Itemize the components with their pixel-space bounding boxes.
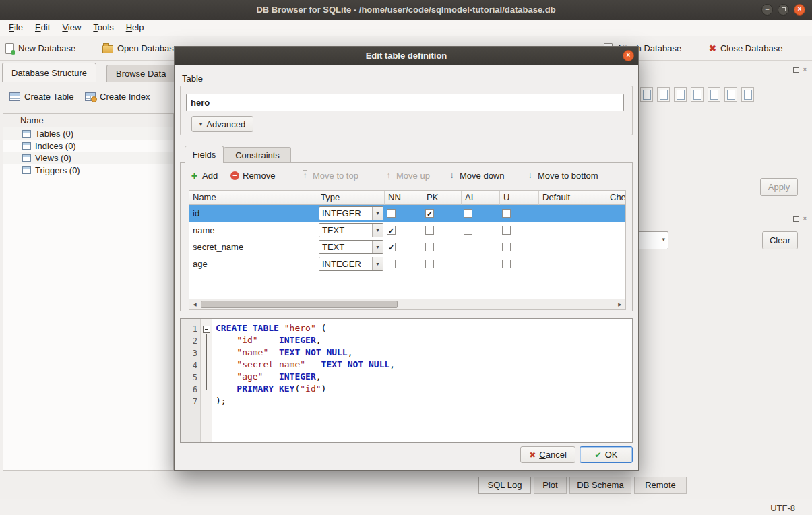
panel-icon[interactable] bbox=[691, 87, 704, 102]
field-row-age[interactable]: ageINTEGER▾ bbox=[189, 255, 625, 272]
menu-tools[interactable]: Tools bbox=[87, 20, 119, 36]
dock-float-icon[interactable] bbox=[793, 67, 799, 73]
field-row-name[interactable]: nameTEXT▾✓ bbox=[189, 222, 625, 239]
tab-browse-data[interactable]: Browse Data bbox=[106, 65, 175, 82]
dock-buttons-top: × bbox=[793, 67, 807, 73]
u-checkbox[interactable] bbox=[502, 209, 511, 218]
bottom-tab-remote[interactable]: Remote bbox=[634, 477, 687, 494]
pk-checkbox[interactable] bbox=[425, 260, 434, 268]
open-database-label: Open Database bbox=[117, 43, 179, 53]
add-button[interactable]: +Add bbox=[190, 167, 218, 183]
panel-icon[interactable] bbox=[674, 87, 687, 102]
clear-button[interactable]: Clear bbox=[762, 231, 798, 249]
panel-icon[interactable] bbox=[708, 87, 720, 102]
nn-checkbox[interactable] bbox=[387, 260, 396, 268]
field-row-secret-name[interactable]: secret_nameTEXT▾✓ bbox=[189, 239, 625, 255]
horizontal-scrollbar[interactable]: ◀ ▶ bbox=[189, 299, 625, 309]
bottom-tab-db-schema[interactable]: DB Schema bbox=[569, 477, 631, 494]
ok-button[interactable]: ✔ OK bbox=[580, 446, 633, 463]
type-combobox[interactable]: INTEGER▾ bbox=[319, 257, 383, 271]
close-database-button[interactable]: ✖ Close Database bbox=[709, 40, 782, 57]
type-combobox[interactable]: TEXT▾ bbox=[319, 223, 383, 237]
create-table-button[interactable]: Create Table bbox=[5, 89, 77, 104]
scrollbar-thumb[interactable] bbox=[201, 301, 398, 308]
column-header-pk[interactable]: PK bbox=[423, 191, 462, 205]
dock-close-icon[interactable]: × bbox=[803, 67, 807, 73]
toolbtn-label: Move to bottom bbox=[538, 171, 598, 181]
bottom-tab-plot[interactable]: Plot bbox=[534, 477, 567, 494]
dock-close-icon[interactable]: × bbox=[803, 216, 807, 222]
bottom-tab-sql-log[interactable]: SQL Log bbox=[478, 477, 531, 494]
move-to-bottom-button[interactable]: ↓Move to bottom bbox=[526, 167, 598, 183]
type-combobox[interactable]: INTEGER▾ bbox=[319, 206, 383, 220]
tree-item-indices-0[interactable]: Indices (0) bbox=[3, 140, 173, 152]
panel-icon[interactable] bbox=[724, 87, 737, 102]
column-header-check[interactable]: Check bbox=[606, 191, 625, 205]
nn-checkbox[interactable]: ✓ bbox=[387, 226, 396, 235]
tree-header-name[interactable]: Name bbox=[3, 114, 173, 127]
menu-edit[interactable]: Edit bbox=[29, 20, 56, 36]
advanced-toggle-button[interactable]: ▾ Advanced bbox=[191, 116, 253, 132]
nn-checkbox[interactable]: ✓ bbox=[387, 243, 396, 251]
create-index-button[interactable]: Create Index bbox=[81, 89, 154, 104]
tree-item-triggers-0[interactable]: Triggers (0) bbox=[3, 164, 173, 176]
new-database-button[interactable]: New Database bbox=[5, 40, 75, 57]
tree-item-tables-0[interactable]: Tables (0) bbox=[3, 127, 173, 140]
column-header-u[interactable]: U bbox=[500, 191, 539, 205]
dock-float-icon[interactable] bbox=[793, 216, 799, 222]
ai-checkbox[interactable] bbox=[464, 226, 472, 235]
maximize-button[interactable] bbox=[778, 4, 789, 16]
column-header-type[interactable]: Type bbox=[317, 191, 385, 205]
pk-checkbox[interactable]: ✓ bbox=[425, 209, 434, 218]
u-checkbox[interactable] bbox=[502, 226, 511, 235]
tab-constraints[interactable]: Constraints bbox=[224, 147, 291, 163]
dialog-close-button[interactable]: × bbox=[623, 50, 634, 61]
fold-collapse-icon[interactable] bbox=[203, 326, 210, 333]
checkbox-cell-u bbox=[500, 239, 539, 255]
tables-icon bbox=[22, 130, 31, 138]
menu-help[interactable]: Help bbox=[120, 20, 150, 36]
window-title: DB Browser for SQLite - /home/user/code/… bbox=[256, 5, 555, 15]
checkbox-cell-ai bbox=[462, 222, 500, 239]
panel-icon[interactable] bbox=[657, 87, 670, 102]
close-button[interactable]: × bbox=[794, 4, 805, 16]
sql-token bbox=[258, 335, 279, 345]
open-database-button[interactable]: Open Database bbox=[102, 40, 179, 57]
menu-file[interactable]: File bbox=[3, 20, 29, 36]
field-row-id[interactable]: idINTEGER▾✓ bbox=[189, 205, 625, 222]
tab-fields[interactable]: Fields bbox=[185, 146, 224, 163]
chevron-down-icon: ▾ bbox=[372, 207, 383, 220]
sql-token: , bbox=[316, 335, 321, 345]
column-header-nn[interactable]: NN bbox=[385, 191, 423, 205]
u-checkbox[interactable] bbox=[502, 260, 511, 268]
type-combobox[interactable]: TEXT▾ bbox=[319, 240, 383, 254]
cancel-button[interactable]: ✖ Cancel bbox=[520, 446, 575, 463]
pk-checkbox[interactable] bbox=[425, 226, 434, 235]
scroll-right-icon[interactable]: ▶ bbox=[615, 299, 625, 309]
table-name-input[interactable]: hero bbox=[186, 94, 624, 111]
dialog-titlebar[interactable]: Edit table definition × bbox=[175, 47, 638, 65]
move-down-button[interactable]: ↓Move down bbox=[447, 167, 504, 183]
sql-token bbox=[305, 359, 321, 369]
remove-button[interactable]: −Remove bbox=[230, 167, 275, 183]
minimize-button[interactable]: – bbox=[761, 4, 773, 16]
column-header-name[interactable]: Name bbox=[189, 191, 317, 205]
panel-icon[interactable] bbox=[741, 87, 754, 102]
window-titlebar[interactable]: DB Browser for SQLite - /home/user/code/… bbox=[0, 0, 812, 20]
ai-checkbox[interactable] bbox=[464, 243, 472, 251]
scroll-left-icon[interactable]: ◀ bbox=[189, 299, 200, 309]
line-number: 6 bbox=[181, 384, 201, 396]
column-header-ai[interactable]: AI bbox=[462, 191, 500, 205]
ai-checkbox[interactable] bbox=[464, 209, 472, 218]
nn-checkbox[interactable] bbox=[387, 209, 396, 218]
column-header-default[interactable]: Default bbox=[539, 191, 606, 205]
pk-checkbox[interactable] bbox=[425, 243, 434, 251]
menu-view[interactable]: View bbox=[56, 20, 87, 36]
u-checkbox[interactable] bbox=[502, 243, 511, 251]
tab-database-structure[interactable]: Database Structure bbox=[2, 63, 96, 82]
apply-button[interactable]: Apply bbox=[760, 178, 798, 196]
ai-checkbox[interactable] bbox=[464, 260, 472, 268]
panel-icon[interactable] bbox=[640, 87, 653, 102]
tree-item-views-0[interactable]: Views (0) bbox=[3, 152, 173, 164]
fields-pane: +Add−Remove↑Move to top↑Move up↓Move dow… bbox=[180, 162, 633, 311]
